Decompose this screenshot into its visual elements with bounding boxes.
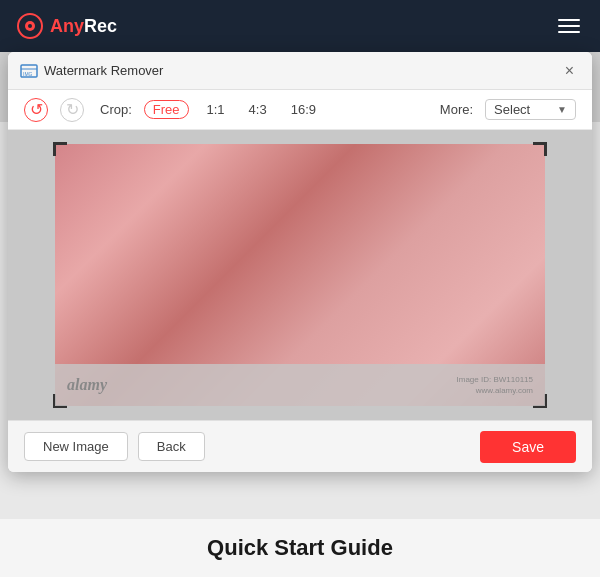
hamburger-line-2: [558, 25, 580, 27]
watermark-image-id: Image ID: BW110115: [457, 374, 533, 385]
quick-start-title: Quick Start Guide: [16, 535, 584, 561]
hamburger-line-3: [558, 31, 580, 33]
watermark-bar: alamy Image ID: BW110115 www.alamy.com: [55, 364, 545, 406]
image-content: alamy Image ID: BW110115 www.alamy.com: [55, 144, 545, 406]
more-label: More:: [440, 102, 473, 117]
watermark-remover-icon: IMG: [20, 62, 38, 80]
save-button[interactable]: Save: [480, 431, 576, 463]
logo-area: AnyRec: [16, 12, 117, 40]
crop-option-16-9[interactable]: 16:9: [285, 100, 322, 119]
new-image-button[interactable]: New Image: [24, 432, 128, 461]
back-button[interactable]: Back: [138, 432, 205, 461]
modal-title-left: IMG Watermark Remover: [20, 62, 163, 80]
modal-title-text: Watermark Remover: [44, 63, 163, 78]
dropdown-arrow-icon: ▼: [557, 104, 567, 115]
modal-footer: New Image Back Save: [8, 420, 592, 472]
watermark-text-left: alamy: [67, 376, 107, 394]
top-navigation: AnyRec: [0, 0, 600, 52]
image-canvas: alamy Image ID: BW110115 www.alamy.com: [55, 144, 545, 406]
watermark-url: www.alamy.com: [457, 385, 533, 396]
hamburger-line-1: [558, 19, 580, 21]
crop-option-1-1[interactable]: 1:1: [201, 100, 231, 119]
image-area: alamy Image ID: BW110115 www.alamy.com: [8, 130, 592, 420]
bottom-section: Quick Start Guide: [0, 519, 600, 577]
crop-corner-top-right[interactable]: [533, 142, 547, 156]
svg-point-2: [28, 24, 32, 28]
modal-close-button[interactable]: ×: [559, 60, 580, 82]
undo-button[interactable]: ↺: [24, 98, 48, 122]
hamburger-menu-button[interactable]: [554, 15, 584, 37]
select-select[interactable]: Select Custom 9:16 3:4: [494, 102, 553, 117]
logo-text: AnyRec: [50, 16, 117, 37]
crop-toolbar: ↺ ↻ Crop: Free 1:1 4:3 16:9 More: Select…: [8, 90, 592, 130]
redo-button[interactable]: ↻: [60, 98, 84, 122]
modal-titlebar: IMG Watermark Remover ×: [8, 52, 592, 90]
svg-text:IMG: IMG: [23, 71, 33, 77]
crop-option-free[interactable]: Free: [144, 100, 189, 119]
crop-label: Crop:: [100, 102, 132, 117]
crop-option-4-3[interactable]: 4:3: [243, 100, 273, 119]
select-dropdown[interactable]: Select Custom 9:16 3:4 ▼: [485, 99, 576, 120]
watermark-text-right: Image ID: BW110115 www.alamy.com: [457, 374, 533, 396]
footer-left-buttons: New Image Back: [24, 432, 205, 461]
watermark-remover-modal: IMG Watermark Remover × ↺ ↻ Crop: Free 1…: [8, 52, 592, 472]
anyrec-logo-icon: [16, 12, 44, 40]
crop-corner-top-left[interactable]: [53, 142, 67, 156]
